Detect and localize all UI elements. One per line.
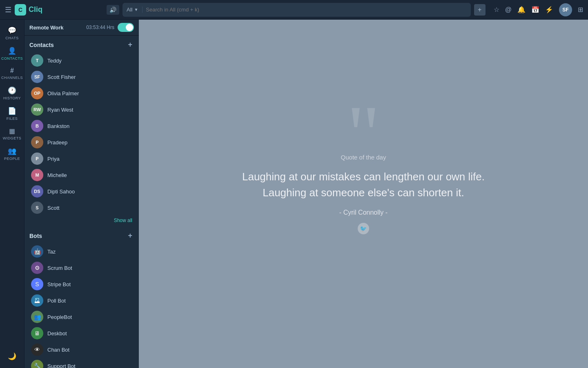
sidebar-item-files[interactable]: 📄 FILES <box>0 103 24 124</box>
bot-avatar: 🗳 <box>31 294 43 307</box>
sidebar-item-label-channels: CHANNELS <box>1 76 23 80</box>
contact-name: Bankston <box>47 123 69 129</box>
contact-name: Ryan West <box>47 107 73 113</box>
sidebar-item-contacts[interactable]: 👤 CONTACTS <box>0 43 24 64</box>
contacts-add-button[interactable]: + <box>126 40 134 50</box>
contact-item[interactable]: OP Olivia Palmer <box>26 85 137 101</box>
contact-avatar: T <box>31 54 43 67</box>
bot-name: Chan Bot <box>47 347 69 353</box>
sidebar-item-label-people: PEOPLE <box>4 157 20 161</box>
app-logo-icon: C <box>15 4 26 16</box>
contact-item[interactable]: DS Dipti Sahoo <box>26 183 137 200</box>
star-icon[interactable]: ☆ <box>494 6 499 13</box>
contact-item[interactable]: P Pradeep <box>26 134 137 150</box>
sidebar-item-people[interactable]: 👥 PEOPLE <box>0 144 24 164</box>
bot-item[interactable]: 🤖 Taz <box>26 243 137 260</box>
lightning-icon[interactable]: ⚡ <box>545 6 553 13</box>
contact-item[interactable]: SF Scott Fisher <box>26 69 137 85</box>
calendar-icon[interactable]: 📅 <box>531 6 539 13</box>
bot-item[interactable]: 🔧 Support Bot <box>26 358 137 368</box>
sidebar-item-channels[interactable]: # CHANNELS <box>0 64 24 83</box>
contact-item[interactable]: P Priya <box>26 150 137 167</box>
sidebar-item-label-history: HISTORY <box>3 96 21 100</box>
quote-label: Quote of the day <box>242 154 485 161</box>
bot-name: Scrum Bot <box>47 265 72 271</box>
contact-name: Scott Fisher <box>47 74 76 80</box>
contact-avatar: DS <box>31 185 43 197</box>
contacts-section-header: Contacts + <box>24 36 139 52</box>
main-content: " Quote of the day Laughing at our mista… <box>139 20 588 368</box>
history-icon: 🕐 <box>8 86 16 95</box>
sidebar-item-label-contacts: CONTACTS <box>1 56 23 61</box>
bot-avatar: 👁 <box>31 343 43 356</box>
sidebar-item-history[interactable]: 🕐 HISTORY <box>0 83 24 103</box>
bots-add-button[interactable]: + <box>126 231 134 241</box>
contact-item[interactable]: S Scott <box>26 200 137 216</box>
notification-icon[interactable]: 🔔 <box>517 6 526 13</box>
channels-icon: # <box>10 67 14 74</box>
bot-name: Taz <box>47 249 56 255</box>
topbar-left: ☰ C Cliq 🔊 <box>5 4 119 16</box>
sidebar-item-chats[interactable]: 💬 CHATS <box>0 23 24 43</box>
contact-avatar: OP <box>31 87 43 99</box>
app-logo: C Cliq <box>15 4 42 16</box>
contact-item[interactable]: RW Ryan West <box>26 101 137 118</box>
bot-item[interactable]: 👥 PeopleBot <box>26 309 137 325</box>
bot-name: PeopleBot <box>47 314 72 320</box>
theme-icon: 🌙 <box>8 352 16 361</box>
speaker-icon[interactable]: 🔊 <box>107 5 119 15</box>
remote-work-timer: 03:53:44 Hrs <box>86 25 114 30</box>
main-area: 💬 CHATS 👤 CONTACTS # CHANNELS 🕐 HISTORY … <box>0 20 588 368</box>
twitter-icon[interactable]: 🐦 <box>358 223 369 234</box>
bot-name: Stripe Bot <box>47 281 71 287</box>
bot-item[interactable]: 🗳 Poll Bot <box>26 292 137 309</box>
search-filter[interactable]: All ▼ <box>127 7 143 13</box>
bot-name: Poll Bot <box>47 298 66 304</box>
people-icon: 👥 <box>8 147 16 155</box>
contact-name: Scott <box>47 205 60 211</box>
quote-line2: Laughing at someone else's can shorten i… <box>263 186 464 199</box>
bot-name: Deskbot <box>47 330 67 337</box>
contacts-section-title: Contacts <box>29 42 126 48</box>
search-add-button[interactable]: + <box>474 4 486 16</box>
contacts-icon: 👤 <box>8 47 16 55</box>
remote-work-bar: Remote Work 03:53:44 Hrs <box>24 20 139 36</box>
remote-work-toggle[interactable] <box>118 23 134 32</box>
user-avatar[interactable]: SF <box>559 3 572 16</box>
contact-avatar: RW <box>31 103 43 116</box>
bot-avatar: ⚙ <box>31 262 43 274</box>
bot-avatar: 🤖 <box>31 245 43 258</box>
sidebar-item-label-chats: CHATS <box>5 36 18 40</box>
contact-item[interactable]: M Michelle <box>26 167 137 183</box>
bot-item[interactable]: 👁 Chan Bot <box>26 341 137 358</box>
hamburger-icon[interactable]: ☰ <box>5 5 11 14</box>
sidebar-item-widgets[interactable]: ▦ WIDGETS <box>0 124 24 144</box>
mention-icon[interactable]: @ <box>505 6 512 13</box>
quote-twitter: 🐦 <box>242 223 485 234</box>
bot-avatar: 👥 <box>31 311 43 323</box>
bot-avatar: 🖥 <box>31 327 43 339</box>
bot-item[interactable]: 🖥 Deskbot <box>26 325 137 341</box>
widgets-icon: ▦ <box>9 127 15 135</box>
search-input[interactable] <box>146 7 466 13</box>
bot-item[interactable]: ⚙ Scrum Bot <box>26 260 137 276</box>
contact-avatar: M <box>31 169 43 181</box>
quote-author: - Cyril Connolly - <box>242 209 485 216</box>
bots-section-title: Bots <box>29 233 126 239</box>
contact-item[interactable]: T Teddy <box>26 52 137 69</box>
contact-avatar: S <box>31 202 43 214</box>
bot-item[interactable]: S Stripe Bot <box>26 276 137 292</box>
contact-avatar: P <box>31 153 43 165</box>
contact-item[interactable]: B Bankston <box>26 118 137 134</box>
contact-avatar: P <box>31 136 43 148</box>
grid-icon[interactable]: ⊞ <box>578 6 583 13</box>
bot-avatar: 🔧 <box>31 360 43 368</box>
sidebar-icons: 💬 CHATS 👤 CONTACTS # CHANNELS 🕐 HISTORY … <box>0 20 24 368</box>
sidebar-item-theme[interactable]: 🌙 <box>6 349 18 364</box>
panel-scroll: Contacts + T Teddy SF Scott Fisher OP Ol… <box>24 36 139 368</box>
sidebar-bottom: 🌙 <box>6 349 18 368</box>
search-filter-label: All <box>127 7 132 13</box>
bot-avatar: S <box>31 278 43 290</box>
show-all-button[interactable]: Show all <box>24 216 139 227</box>
app-name: Cliq <box>29 5 42 14</box>
